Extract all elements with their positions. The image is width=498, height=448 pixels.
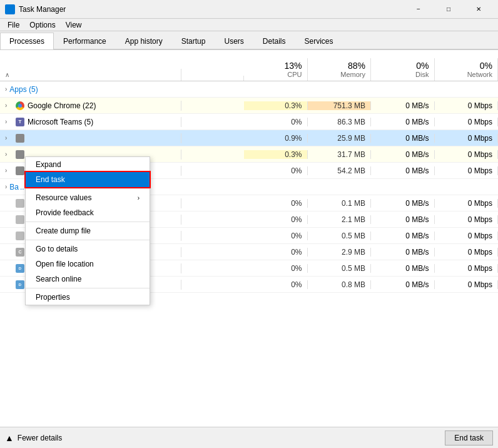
bg3-cpu: 0% — [244, 232, 308, 240]
row-chrome[interactable]: › Google Chrome (22) 0.3% 751.3 MB 0 MB/… — [0, 98, 498, 114]
menu-options[interactable]: Options — [24, 19, 60, 31]
tab-processes[interactable]: Processes — [0, 33, 54, 49]
ctx-search-online[interactable]: Search online — [26, 272, 150, 287]
bg1-icon — [15, 198, 25, 208]
selected-icon — [15, 133, 25, 143]
ctx-file-label: Open file location — [36, 260, 94, 268]
tab-users[interactable]: Users — [215, 33, 253, 49]
row-selected[interactable]: › 0.9% 25.9 MB 0 MB/s 0 Mbps — [0, 130, 498, 146]
chrome-name-cell: › Google Chrome (22) — [0, 101, 181, 111]
chrome-expand[interactable]: › — [5, 102, 13, 109]
chrome-network: 0 Mbps — [435, 101, 499, 110]
tab-details[interactable]: Details — [253, 33, 295, 49]
ctx-go-to-details[interactable]: Go to details — [26, 242, 150, 257]
ctx-properties[interactable]: Properties — [26, 290, 150, 305]
disk-label: Disk — [376, 71, 429, 78]
ctx-dump-label: Create dump file — [36, 227, 91, 235]
end-task-button[interactable]: End task — [445, 430, 493, 445]
context-menu: Expand End task Resource values › Provid… — [25, 156, 150, 305]
dax1-disk: 0 MB/s — [371, 264, 435, 273]
tab-startup[interactable]: Startup — [172, 33, 215, 49]
ctx-sep1 — [26, 188, 150, 189]
background-section-label: Ba — [9, 183, 19, 191]
chrome-icon — [15, 101, 25, 111]
dax1-cpu: 0% — [244, 264, 308, 273]
table-header: ∧ 13% CPU 88% Memory 0% Disk 0% Network — [0, 50, 498, 81]
dax1-memory: 0.5 MB — [308, 264, 372, 273]
fewer-details-arrow: ▲ — [5, 433, 14, 443]
ctx-sep2 — [26, 221, 150, 222]
cpu-label: CPU — [249, 71, 302, 78]
col-header-network[interactable]: 0% Network — [435, 58, 499, 81]
bg2-memory: 2.1 MB — [308, 215, 372, 224]
menu-file[interactable]: File — [3, 19, 24, 31]
selected-name-cell: › — [0, 133, 181, 143]
fewer-details-button[interactable]: ▲ Fewer details — [5, 433, 62, 443]
collapse-arrow[interactable]: ∧ — [5, 71, 9, 78]
bg1-network: 0 Mbps — [435, 199, 499, 208]
ctx-end-task-label: End task — [36, 175, 65, 184]
title-text: Task Manager — [19, 5, 66, 14]
ctx-resource-values[interactable]: Resource values › — [26, 190, 150, 205]
app4-memory: 31.7 MB — [308, 150, 372, 159]
ctf-icon: C — [15, 247, 25, 257]
teams-cpu: 0% — [244, 118, 308, 126]
app5-network: 0 Mbps — [435, 166, 499, 175]
tab-performance[interactable]: Performance — [54, 33, 116, 49]
fewer-details-label: Fewer details — [18, 434, 62, 442]
tab-app-history[interactable]: App history — [116, 33, 172, 49]
chrome-name: Google Chrome (22) — [28, 101, 96, 110]
teams-icon: T — [15, 117, 25, 127]
menu-bar: File Options View — [0, 19, 498, 31]
col-header-status — [181, 76, 244, 81]
col-header-disk[interactable]: 0% Disk — [371, 58, 435, 81]
app4-network: 0 Mbps — [435, 150, 499, 159]
selected-memory: 25.9 MB — [308, 134, 372, 143]
bottom-bar: ▲ Fewer details End task — [0, 427, 498, 448]
close-button[interactable]: ✕ — [464, 0, 493, 19]
collapse-row[interactable]: ∧ — [0, 69, 181, 81]
app-icon — [5, 4, 15, 14]
ctx-open-file[interactable]: Open file location — [26, 257, 150, 272]
chrome-disk: 0 MB/s — [371, 101, 435, 110]
section-apps: › Apps (5) — [0, 81, 498, 98]
chrome-cpu: 0.3% — [244, 101, 308, 110]
bg3-disk: 0 MB/s — [371, 232, 435, 240]
ctx-provide-feedback[interactable]: Provide feedback — [26, 205, 150, 220]
apps-expand-arrow[interactable]: › — [5, 86, 7, 93]
row-teams[interactable]: › T Microsoft Teams (5) 0% 86.3 MB 0 MB/… — [0, 114, 498, 130]
selected-expand[interactable]: › — [5, 135, 13, 141]
ctf-memory: 2.9 MB — [308, 248, 372, 257]
ctx-create-dump[interactable]: Create dump file — [26, 223, 150, 238]
ctf-cpu: 0% — [244, 248, 308, 257]
tab-bar: Processes Performance App history Startu… — [0, 31, 498, 50]
cpu-pct: 13% — [249, 61, 302, 71]
minimize-button[interactable]: − — [404, 0, 433, 19]
bg2-icon — [15, 215, 25, 225]
ctx-expand-label: Expand — [36, 160, 61, 169]
col-header-memory[interactable]: 88% Memory — [308, 58, 372, 81]
bg3-network: 0 Mbps — [435, 232, 499, 240]
col-header-cpu[interactable]: 13% CPU — [244, 58, 308, 81]
network-pct: 0% — [440, 61, 493, 71]
dax1-icon: D — [15, 263, 25, 273]
app5-icon — [15, 166, 25, 176]
ctx-search-label: Search online — [36, 275, 81, 283]
bg3-icon — [15, 231, 25, 241]
bg1-disk: 0 MB/s — [371, 199, 435, 208]
ctx-end-task[interactable]: End task — [26, 172, 150, 187]
tab-services[interactable]: Services — [295, 33, 343, 49]
maximize-button[interactable]: □ — [434, 0, 463, 19]
ctf-network: 0 Mbps — [435, 248, 499, 257]
selected-cpu: 0.9% — [244, 134, 308, 143]
teams-expand[interactable]: › — [5, 118, 13, 125]
memory-pct: 88% — [313, 61, 366, 71]
ctx-expand[interactable]: Expand — [26, 157, 150, 172]
selected-network: 0 Mbps — [435, 134, 499, 143]
ctx-properties-label: Properties — [36, 293, 70, 302]
teams-name: Microsoft Teams (5) — [28, 118, 93, 126]
menu-view[interactable]: View — [61, 19, 87, 31]
app4-icon — [15, 150, 25, 160]
disk-pct: 0% — [376, 61, 429, 71]
dax2-network: 0 Mbps — [435, 280, 499, 289]
